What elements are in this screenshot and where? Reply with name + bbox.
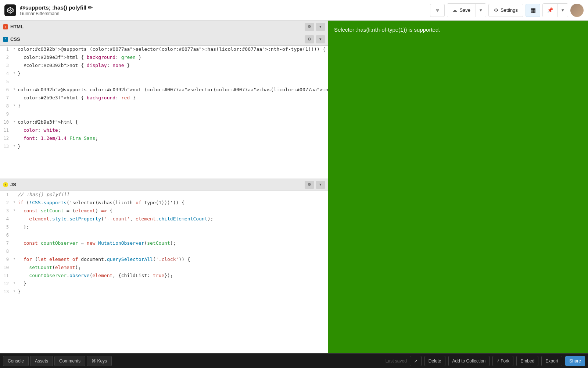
- html-label: / HTML: [3, 24, 305, 29]
- fold-arrow[interactable]: ▾: [13, 118, 18, 124]
- assets-tab[interactable]: Assets: [30, 356, 53, 366]
- css-collapse-btn[interactable]: ▾: [316, 35, 325, 43]
- embed-button[interactable]: Embed: [516, 356, 538, 366]
- add-to-collection-button[interactable]: Add to Collection: [448, 356, 490, 366]
- preview-content: Selector :has(li:nth-of-type(1)) is supp…: [328, 21, 588, 353]
- pen-author[interactable]: Gunnar Bittersmann: [20, 11, 93, 16]
- pin-button[interactable]: 📌: [543, 4, 557, 17]
- code-content: }: [18, 288, 325, 296]
- last-saved: Last saved: [386, 358, 407, 364]
- line-number: 2: [3, 199, 13, 206]
- html-panel-header: / HTML ⚙ ▾: [0, 21, 328, 33]
- code-line: 10▾color:#2b9e3f">html {: [0, 118, 328, 127]
- fold-arrow[interactable]: ▾: [13, 199, 18, 205]
- line-number: 10: [3, 118, 13, 126]
- user-avatar[interactable]: [570, 4, 584, 17]
- keys-tab[interactable]: ⌘ Keys: [87, 356, 112, 366]
- code-content: countObserver.observe(element, {childLis…: [18, 272, 325, 280]
- svg-line-5: [7, 10, 10, 11]
- code-content: color:#2b9e3f">html { background: red }: [18, 94, 325, 102]
- delete-label: Delete: [429, 358, 441, 364]
- line-number: 11: [3, 127, 13, 134]
- codepen-logo[interactable]: [4, 4, 16, 16]
- css-panel: * CSS ⚙ ▾ 1▾color:#c0392b">@supports (co…: [0, 33, 328, 178]
- line-number: 3: [3, 62, 13, 69]
- chevron-down-icon-2: ▾: [562, 7, 564, 13]
- code-line: 8: [0, 248, 328, 256]
- layout-button[interactable]: ▦: [526, 4, 540, 17]
- code-line: 11 countObserver.observe(element, {child…: [0, 272, 328, 280]
- comments-tab[interactable]: Comments: [54, 356, 85, 366]
- fold-arrow[interactable]: ▾: [13, 70, 18, 76]
- fold-arrow[interactable]: ▾: [13, 288, 18, 294]
- fold-arrow[interactable]: ▾: [13, 280, 18, 286]
- open-new-tab-button[interactable]: ↗: [410, 356, 422, 366]
- css-panel-header: * CSS ⚙ ▾: [0, 33, 328, 46]
- css-settings-btn[interactable]: ⚙: [305, 35, 314, 43]
- svg-line-2: [10, 9, 13, 11]
- settings-button[interactable]: ⚙ Settings: [488, 4, 523, 17]
- fold-arrow[interactable]: ▾: [13, 102, 18, 108]
- html-controls: ⚙ ▾: [305, 23, 325, 31]
- fold-arrow[interactable]: ▾: [13, 207, 18, 213]
- html-title: HTML: [10, 24, 24, 29]
- export-button[interactable]: Export: [541, 356, 562, 366]
- code-line: 7 const countObserver = new MutationObse…: [0, 240, 328, 248]
- pin-dropdown[interactable]: ▾: [557, 4, 568, 17]
- js-label: ! JS: [3, 182, 305, 187]
- heart-icon: ♥: [436, 7, 440, 14]
- code-line: 11 color: white;: [0, 127, 328, 135]
- js-editor[interactable]: 1// :has() polyfill2▾if (!CSS.supports('…: [0, 191, 328, 353]
- code-line: 4 element.style.setProperty('--count', e…: [0, 215, 328, 223]
- code-line: 2 color:#2b9e3f">html { background: gree…: [0, 54, 328, 62]
- fork-icon: ⑂: [496, 358, 499, 364]
- html-icon: /: [3, 24, 8, 29]
- fold-arrow[interactable]: ▾: [13, 256, 18, 262]
- fork-label: Fork: [501, 358, 509, 364]
- fold-arrow[interactable]: ▾: [13, 46, 18, 52]
- cloud-icon: ☁: [452, 7, 457, 13]
- share-button[interactable]: Share: [565, 356, 585, 366]
- css-editor[interactable]: 1▾color:#c0392b">@supports (color:#0077a…: [0, 46, 328, 178]
- code-content: color:#c0392b">@supports color:#c0392b">…: [18, 86, 328, 94]
- code-content: element.style.setProperty('--count', ele…: [18, 215, 325, 223]
- html-collapse-btn[interactable]: ▾: [316, 23, 325, 31]
- code-line: 2▾if (!CSS.supports('selector(&:has(li:n…: [0, 199, 328, 207]
- fork-button[interactable]: ⑂ Fork: [492, 356, 513, 366]
- bottombar: Console Assets Comments ⌘ Keys Last save…: [0, 353, 588, 368]
- open-icon: ↗: [414, 358, 417, 364]
- layout-icon: ▦: [530, 7, 536, 14]
- js-title: JS: [10, 182, 16, 187]
- line-number: 7: [3, 94, 13, 102]
- line-number: 6: [3, 231, 13, 239]
- html-settings-btn[interactable]: ⚙: [305, 23, 314, 31]
- code-line: 8▾}: [0, 102, 328, 110]
- save-button[interactable]: ☁ Save: [447, 4, 476, 17]
- settings-label: Settings: [501, 7, 518, 13]
- fold-arrow[interactable]: ▾: [13, 143, 18, 149]
- line-number: 13: [3, 143, 13, 150]
- line-number: 4: [3, 70, 13, 77]
- topbar-actions: ♥ ☁ Save ▾ ⚙ Settings ▦ 📌 ▾: [430, 3, 584, 17]
- pen-title[interactable]: @supports; :has() polyfill ✏: [20, 4, 93, 11]
- js-settings-btn[interactable]: ⚙: [305, 181, 314, 189]
- code-line: 13▾}: [0, 288, 328, 296]
- line-number: 8: [3, 248, 13, 255]
- html-panel: / HTML ⚙ ▾: [0, 21, 328, 33]
- js-collapse-btn[interactable]: ▾: [316, 181, 325, 189]
- code-line: 3▾ const setCount = (element) => {: [0, 207, 328, 215]
- console-tab[interactable]: Console: [3, 356, 29, 366]
- keys-label: ⌘ Keys: [92, 358, 107, 364]
- css-icon: *: [3, 37, 8, 42]
- delete-button[interactable]: Delete: [424, 356, 445, 366]
- line-number: 10: [3, 264, 13, 271]
- code-content: }: [18, 280, 325, 288]
- heart-button[interactable]: ♥: [430, 4, 445, 17]
- comments-label: Comments: [59, 358, 80, 364]
- code-line: 5 };: [0, 223, 328, 231]
- line-number: 11: [3, 272, 13, 279]
- code-content: font: 1.2em/1.4 Fira Sans;: [18, 135, 325, 142]
- save-dropdown[interactable]: ▾: [476, 4, 486, 17]
- fold-arrow[interactable]: ▾: [13, 86, 18, 92]
- code-line: 9▾ for (let element of document.querySel…: [0, 256, 328, 264]
